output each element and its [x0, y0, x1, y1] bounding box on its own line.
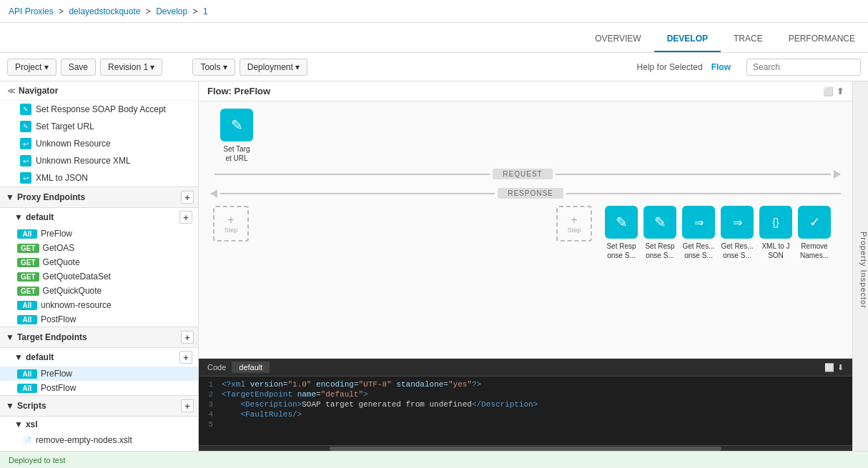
set-target-url-label: Set Target URL: [223, 144, 250, 163]
scripts-xsl: ▼ xsl 📄 remove-empty-nodes.xslt 📄 remove…: [0, 417, 198, 451]
main-layout: ≪ Navigator ✎ Set Response SOAP Body Acc…: [0, 81, 868, 451]
code-line-5: 5: [199, 419, 852, 429]
policy-xml-to-json[interactable]: ↩ XML to JSON: [0, 169, 198, 186]
proxy-flow-postflow[interactable]: All PostFlow: [0, 312, 198, 327]
navigator-label: Navigator: [19, 86, 58, 96]
response-step-1-icon: ✎: [605, 206, 638, 239]
set-target-url-step[interactable]: ✎ Set Target URL: [220, 109, 253, 163]
badge-all-postflow: All: [17, 315, 37, 324]
scripts-section[interactable]: ▼ Scripts +: [0, 395, 198, 417]
response-step-3[interactable]: ⇒ Get Res...onse S...: [682, 206, 715, 260]
tab-overview[interactable]: OVERVIEW: [582, 26, 654, 52]
help-text: Help for Selected: [637, 62, 703, 72]
breadcrumb-proxy-name[interactable]: delayedstockquote: [69, 6, 140, 16]
deployment-button[interactable]: Deployment ▾: [240, 59, 307, 76]
policy-list: ✎ Set Response SOAP Body Accept ✎ Set Ta…: [0, 101, 198, 186]
proxy-endpoints-section[interactable]: ▼ Proxy Endpoints +: [0, 186, 198, 208]
add-step-left[interactable]: + Step: [213, 206, 249, 242]
code-line-1: 1 <?xml version="1.0" encoding="UTF-8" s…: [199, 379, 852, 389]
script-remove-namespaces[interactable]: 📄 remove-namespaces.xslt: [0, 448, 198, 451]
response-step-5[interactable]: {} XML to JSON: [759, 206, 792, 260]
policy-set-response-soap[interactable]: ✎ Set Response SOAP Body Accept: [0, 101, 198, 118]
code-area: Code default ⬜ ⬇ 1 <?xml version="1.0" e…: [199, 358, 852, 451]
policy-icon-edit2: ✎: [20, 121, 31, 132]
code-tab-default[interactable]: default: [232, 362, 270, 373]
script-remove-empty-nodes[interactable]: 📄 remove-empty-nodes.xslt: [0, 432, 198, 448]
tab-performance[interactable]: PERFORMANCE: [776, 26, 868, 52]
code-label: Code: [207, 363, 226, 372]
response-step-3-label: Get Res...onse S...: [682, 242, 714, 260]
response-steps-row: + Step + Step ✎ Set Response S... ✎: [199, 201, 852, 260]
content-area: Flow: PreFlow ⬜ ⬆ ✎ Set Target URL REQ: [199, 81, 852, 451]
breadcrumb-develop[interactable]: Develop: [156, 6, 187, 16]
expand-icon[interactable]: ⬆: [837, 86, 844, 96]
response-step-2-label: Set Response S...: [645, 242, 674, 260]
property-inspector[interactable]: Property Inspector: [852, 81, 868, 451]
code-content: 1 <?xml version="1.0" encoding="UTF-8" s…: [199, 377, 852, 445]
code-expand-icon[interactable]: ⬇: [837, 363, 844, 372]
project-button[interactable]: Project ▾: [7, 59, 56, 76]
flow-link[interactable]: Flow: [711, 62, 731, 72]
flow-diagram-area: ✎ Set Target URL REQUEST: [199, 101, 852, 358]
target-flow-preflow[interactable]: All PreFlow: [0, 367, 198, 381]
target-endpoints-section[interactable]: ▼ Target Endpoints +: [0, 327, 198, 348]
proxy-flow-preflow[interactable]: All PreFlow: [0, 226, 198, 241]
response-step-5-icon: {}: [759, 206, 792, 239]
revision-button[interactable]: Revision 1 ▾: [100, 59, 162, 76]
tab-trace[interactable]: TRACE: [721, 26, 776, 52]
add-proxy-endpoint-button[interactable]: +: [181, 191, 194, 204]
response-step-6[interactable]: ✓ RemoveNames...: [798, 206, 831, 260]
policy-icon-redirect: ↩: [20, 138, 31, 149]
add-target-flow-button[interactable]: +: [179, 351, 192, 364]
proxy-default-label: ▼ default +: [0, 208, 198, 226]
add-script-button[interactable]: +: [181, 399, 194, 412]
policy-unknown-resource-xml[interactable]: ↩ Unknown Resource XML: [0, 152, 198, 169]
save-button[interactable]: Save: [61, 59, 96, 76]
scripts-chevron: ▼: [6, 401, 14, 411]
response-step-4[interactable]: ⇒ Get Res...onse S...: [721, 206, 754, 260]
sidebar-header: ≪ Navigator: [0, 81, 198, 101]
response-step-2-icon: ✎: [643, 206, 676, 239]
add-proxy-flow-button[interactable]: +: [179, 211, 192, 224]
add-step-right[interactable]: + Step: [556, 206, 592, 242]
badge-get-getquotedataset: GET: [17, 272, 39, 282]
proxy-flow-getquickquote[interactable]: GET GetQuickQuote: [0, 284, 198, 298]
flow-title: Flow: PreFlow: [207, 86, 270, 96]
proxy-flow-getquote[interactable]: GET GetQuote: [0, 255, 198, 269]
proxy-flow-getoas[interactable]: GET GetOAS: [0, 241, 198, 255]
collapse-icon[interactable]: ⬜: [823, 86, 834, 96]
status-bar: Deployed to test: [0, 451, 868, 468]
code-line-4: 4 <FaultRules/>: [199, 409, 852, 419]
add-target-endpoint-button[interactable]: +: [181, 331, 194, 344]
badge-all-unknown: All: [17, 301, 37, 310]
badge-all-target-postflow: All: [17, 384, 37, 393]
response-step-2[interactable]: ✎ Set Response S...: [643, 206, 676, 260]
tab-develop[interactable]: DEVELOP: [654, 26, 721, 52]
policy-icon-edit: ✎: [20, 104, 31, 115]
policy-set-target-url[interactable]: ✎ Set Target URL: [0, 118, 198, 135]
response-step-1[interactable]: ✎ Set Response S...: [605, 206, 638, 260]
policy-unknown-resource[interactable]: ↩ Unknown Resource: [0, 135, 198, 152]
proxy-flow-unknown-resource[interactable]: All unknown-resource: [0, 298, 198, 312]
proxy-endpoints-chevron: ▼: [6, 192, 14, 202]
badge-get-getoas: GET: [17, 244, 39, 253]
breadcrumb-api-proxies[interactable]: API Proxies: [9, 6, 54, 16]
sidebar: ≪ Navigator ✎ Set Response SOAP Body Acc…: [0, 81, 199, 451]
response-step-3-icon: ⇒: [682, 206, 715, 239]
flow-header: Flow: PreFlow ⬜ ⬆: [199, 81, 852, 101]
badge-all-preflow: All: [17, 229, 37, 239]
breadcrumb-revision[interactable]: 1: [203, 6, 208, 16]
response-step-1-label: Set Response S...: [606, 242, 636, 260]
policy-icon-redirect3: ↩: [20, 172, 31, 184]
proxy-flow-getquotedataset[interactable]: GET GetQuoteDataSet: [0, 269, 198, 284]
code-line-3: 3 <Description>SOAP target generated fro…: [199, 399, 852, 409]
sidebar-collapse-icon[interactable]: ≪: [7, 86, 16, 96]
target-flow-postflow[interactable]: All PostFlow: [0, 381, 198, 395]
breadcrumb: API Proxies > delayedstockquote > Develo…: [9, 6, 208, 16]
proxy-default-section: ▼ default + All PreFlow GET GetOAS GET G…: [0, 208, 198, 327]
breadcrumb-bar: API Proxies > delayedstockquote > Develo…: [0, 0, 868, 23]
request-lane: REQUEST: [199, 166, 852, 182]
code-collapse-icon[interactable]: ⬜: [824, 363, 834, 372]
tools-button[interactable]: Tools ▾: [192, 59, 235, 76]
search-input[interactable]: [746, 59, 861, 76]
